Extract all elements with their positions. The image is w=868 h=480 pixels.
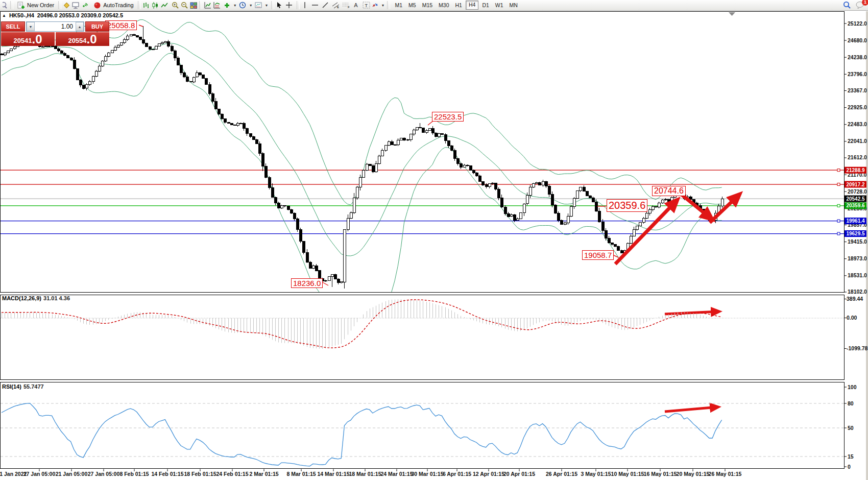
- candlestick-mode-icon[interactable]: [152, 2, 159, 9]
- svg-text:26 Apr 01:15: 26 Apr 01:15: [546, 471, 577, 477]
- indicator-window2-icon[interactable]: [213, 2, 221, 9]
- bar-chart-mode-icon[interactable]: [142, 2, 150, 9]
- timeframe-M5[interactable]: M5: [406, 1, 419, 9]
- price-annotation[interactable]: 20744.6: [652, 186, 686, 196]
- svg-text:16 May 01:15: 16 May 01:15: [644, 471, 677, 477]
- svg-text:20 Apr 01:15: 20 Apr 01:15: [503, 471, 535, 477]
- vline-tool-icon[interactable]: [301, 2, 309, 9]
- timeframe-MN[interactable]: MN: [507, 1, 520, 9]
- autotrading-button[interactable]: AutoTrading: [91, 1, 136, 10]
- price-annotation[interactable]: 25058.8: [105, 20, 137, 30]
- svg-text:19629.5: 19629.5: [846, 231, 865, 236]
- line-chart-mode-icon[interactable]: [161, 2, 168, 9]
- cursor-tool-icon[interactable]: [276, 2, 283, 9]
- svg-text:T: T: [365, 3, 368, 8]
- hline-tool-icon[interactable]: [311, 2, 319, 9]
- timeframe-D1[interactable]: D1: [479, 1, 491, 9]
- toolbar-separator: [297, 1, 300, 9]
- chevron-down-icon: ▼: [249, 4, 253, 7]
- notifications-chat-button[interactable]: 1: [856, 1, 865, 10]
- panel-frames: [1, 11, 868, 480]
- search-icon[interactable]: [843, 2, 851, 9]
- text-tool-icon[interactable]: A: [352, 2, 360, 9]
- timeframe-M30[interactable]: M30: [436, 1, 451, 9]
- macd-values: 31.01 4.36: [43, 295, 70, 301]
- sell-button[interactable]: SELL: [1, 21, 25, 32]
- timeframe-H1[interactable]: H1: [453, 1, 465, 9]
- volume-input[interactable]: 1.00: [35, 22, 76, 31]
- bid-price[interactable]: 20541.0: [1, 32, 55, 46]
- timeframe-H4[interactable]: H4: [466, 1, 478, 10]
- price-annotation[interactable]: 18236.0: [291, 278, 323, 288]
- timeframe-group: M1M5M15M30H1H4D1W1MN: [392, 1, 520, 10]
- trendline-tool-icon[interactable]: [322, 2, 329, 9]
- svg-text:20917.2: 20917.2: [846, 182, 865, 187]
- svg-text:0.00: 0.00: [847, 315, 857, 321]
- svg-text:21 Jan 05:00: 21 Jan 05:00: [56, 471, 88, 477]
- svg-text:14 Feb 01:15: 14 Feb 01:15: [151, 471, 183, 477]
- chart-partial-icon[interactable]: [1, 2, 9, 9]
- text-label-tool-icon[interactable]: T: [363, 2, 370, 9]
- svg-text:2 Mar 01:15: 2 Mar 01:15: [249, 471, 278, 477]
- price-axis: 25122.024680.024238.023796.023367.022925…: [844, 20, 867, 295]
- template-icon: [255, 2, 262, 9]
- svg-text:19961.4: 19961.4: [846, 218, 865, 224]
- svg-text:22483.0: 22483.0: [848, 121, 867, 127]
- indicators-menu-button[interactable]: ▼: [222, 1, 238, 10]
- periods-menu-button[interactable]: ▼: [238, 1, 254, 10]
- buy-button[interactable]: BUY: [85, 21, 109, 32]
- svg-text:10 May 01:15: 10 May 01:15: [611, 471, 644, 477]
- svg-text:F: F: [348, 6, 350, 9]
- autotrading-icon: [93, 2, 101, 9]
- svg-text:6 Apr 01:15: 6 Apr 01:15: [443, 471, 471, 477]
- svg-text:18531.0: 18531.0: [848, 272, 867, 278]
- equidistant-channel-tool-icon[interactable]: E: [332, 2, 340, 9]
- svg-text:E: E: [337, 6, 339, 9]
- timeframe-W1[interactable]: W1: [493, 1, 506, 9]
- arrows-tool-icon: [371, 2, 379, 9]
- macd-indicator-title: MACD(12,26,9)31.01 4.36: [2, 295, 70, 301]
- zoom-in-icon[interactable]: [172, 2, 179, 9]
- svg-text:24680.0: 24680.0: [848, 37, 867, 43]
- svg-text:19415.0: 19415.0: [848, 238, 867, 245]
- signal-icon[interactable]: [81, 2, 89, 9]
- add-indicator-icon: [223, 2, 231, 9]
- price-annotation[interactable]: 19058.7: [582, 250, 614, 260]
- svg-text:24 Feb 01:15: 24 Feb 01:15: [216, 471, 248, 477]
- svg-text:15: 15: [848, 453, 854, 460]
- svg-text:12 Apr 01:15: 12 Apr 01:15: [473, 471, 504, 477]
- ask-price[interactable]: 20554.0: [56, 32, 109, 46]
- volume-up-button[interactable]: ▲: [76, 22, 84, 31]
- price-annotation[interactable]: 22523.5: [432, 112, 464, 122]
- svg-text:27 Jan 05:00: 27 Jan 05:00: [88, 471, 120, 477]
- volume-down-button[interactable]: ▼: [27, 22, 35, 31]
- timeframe-M1[interactable]: M1: [392, 1, 405, 9]
- toolbar-separator: [138, 1, 141, 9]
- svg-text:24 Mar 01:15: 24 Mar 01:15: [380, 471, 413, 477]
- svg-text:0: 0: [848, 464, 851, 470]
- svg-text:20542.5: 20542.5: [846, 196, 865, 202]
- indicator-window-icon[interactable]: [204, 2, 211, 9]
- chevron-down-icon: ▼: [233, 4, 237, 7]
- new-order-button[interactable]: New Order: [15, 1, 57, 10]
- svg-text:50: 50: [848, 425, 854, 431]
- arrows-tool-button[interactable]: ▼: [370, 1, 386, 10]
- price-annotation[interactable]: 20359.6: [607, 199, 647, 212]
- svg-text:20359.6: 20359.6: [846, 203, 865, 208]
- terminal-icon[interactable]: [72, 2, 80, 9]
- tile-windows-icon[interactable]: [190, 2, 198, 9]
- zoom-out-icon[interactable]: [181, 2, 188, 9]
- svg-text:18 Feb 01:15: 18 Feb 01:15: [184, 471, 216, 477]
- volume-stepper: ▼ 1.00 ▲: [26, 21, 84, 32]
- svg-text:18102.0: 18102.0: [848, 289, 867, 295]
- svg-text:22925.0: 22925.0: [848, 104, 867, 110]
- metaeditor-icon[interactable]: [63, 2, 70, 9]
- templates-menu-button[interactable]: ▼: [254, 1, 270, 10]
- chart-canvas[interactable]: 25122.024680.024238.023796.023367.022925…: [0, 0, 868, 480]
- crosshair-tool-icon[interactable]: [285, 2, 293, 9]
- new-order-icon: [17, 2, 25, 9]
- timeframe-M15[interactable]: M15: [420, 1, 435, 9]
- svg-text:8 Feb 01:15: 8 Feb 01:15: [119, 471, 149, 477]
- fibonacci-tool-icon[interactable]: F: [342, 2, 350, 9]
- svg-text:23796.0: 23796.0: [848, 71, 867, 77]
